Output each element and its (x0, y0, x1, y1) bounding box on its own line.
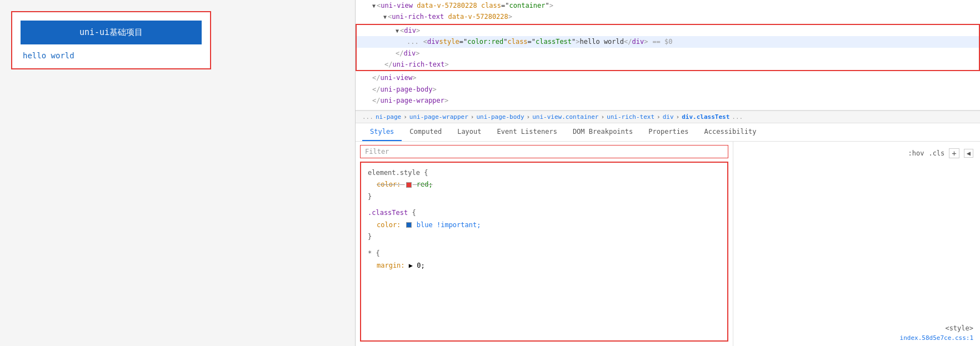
rule-property-margin: margin: ▶ 0; (368, 260, 721, 272)
breadcrumb-item-wrapper[interactable]: uni-page-wrapper (409, 113, 468, 121)
dom-line: ▼<div> (357, 25, 979, 36)
cls-button[interactable]: .cls (928, 149, 944, 157)
preview-box: uni-ui基础项目 hello world (11, 11, 211, 69)
dom-line: ▼<uni-rich-text data-v-57280228> (356, 11, 980, 22)
styles-content: element.style { color: red; } .classTest… (360, 162, 728, 342)
preview-panel: uni-ui基础项目 hello world (0, 0, 356, 346)
triangle-icon: ▼ (372, 3, 376, 9)
breadcrumb-item-nipage[interactable]: ni-page (376, 113, 401, 121)
dom-line: </div> (357, 48, 979, 59)
dom-line: </uni-page-body> (356, 84, 980, 95)
dom-line: ▼<uni-view data-v-57280228 class="contai… (356, 0, 980, 11)
dom-red-box: ▼<div> ... <div style="color:red" class=… (356, 24, 980, 72)
rule-property-color: color: blue !important; (368, 219, 721, 232)
triangle-icon: ▼ (383, 14, 387, 20)
rule-property: color: red; (368, 179, 721, 191)
filter-input[interactable]: Filter (360, 145, 728, 158)
hov-button[interactable]: :hov (908, 149, 924, 157)
preview-button: uni-ui基础项目 (21, 21, 202, 44)
styles-left: Filter element.style { color: red; (356, 142, 733, 346)
breadcrumb-item-rich[interactable]: uni-rich-text (607, 113, 654, 121)
style-rule-element: element.style { color: red; } (368, 167, 721, 203)
tab-event-listeners[interactable]: Event Listeners (489, 123, 565, 141)
styles-right-spacer (740, 161, 973, 324)
toolbar-right: :hov .cls + ◀ (740, 146, 973, 161)
rule-selector: element.style { (368, 167, 721, 179)
style-rule-classtest: .classTest { color: blue !important; } (368, 207, 721, 243)
style-rule-star: * { margin: ▶ 0; (368, 248, 721, 272)
styles-right: :hov .cls + ◀ <style> index.58d5e7ce.css… (733, 142, 980, 346)
filter-placeholder: Filter (365, 148, 389, 156)
breadcrumb-ellipsis-end: ... (732, 113, 743, 121)
color-swatch-blue (406, 222, 412, 228)
arrow-button[interactable]: ◀ (964, 149, 973, 158)
breadcrumb-item-body[interactable]: uni-page-body (476, 113, 524, 121)
dom-line: </uni-rich-text> (357, 59, 979, 70)
breadcrumb-ellipsis: ... (362, 113, 373, 121)
triangle-icon: ▼ (396, 28, 399, 34)
dom-line-highlighted: ... <div style="color:red" class="classT… (357, 36, 979, 47)
source-file-line: index.58d5e7ce.css:1 (740, 334, 973, 342)
style-source-line: <style> (740, 324, 973, 332)
tab-dom-breakpoints[interactable]: DOM Breakpoints (565, 123, 641, 141)
tab-accessibility[interactable]: Accessibility (697, 123, 764, 141)
dom-tree: ▼<uni-view data-v-57280228 class="contai… (356, 0, 980, 111)
plus-button[interactable]: + (949, 148, 959, 158)
tab-computed[interactable]: Computed (402, 123, 449, 141)
color-swatch-red (406, 182, 412, 188)
dom-line: </uni-view> (356, 72, 980, 83)
preview-hello-text: hello world (21, 51, 202, 60)
styles-panel: Filter element.style { color: red; (356, 142, 980, 346)
tab-properties[interactable]: Properties (641, 123, 696, 141)
breadcrumb-item-classtest[interactable]: div.classTest (682, 113, 729, 121)
rule-selector-star: * { (368, 248, 721, 260)
dom-line: </uni-page-wrapper> (356, 95, 980, 106)
breadcrumb-bar: ... ni-page › uni-page-wrapper › uni-pag… (356, 111, 980, 123)
prop-strikethrough: color: red; (377, 180, 433, 188)
rule-close-brace: } (368, 191, 721, 203)
ellipsis: ... (407, 36, 419, 47)
rule-close-brace-2: } (368, 231, 721, 243)
source-file-link[interactable]: index.58d5e7ce.css:1 (900, 334, 973, 342)
tabs-bar: Styles Computed Layout Event Listeners D… (356, 123, 980, 142)
devtools-panel: ▼<uni-view data-v-57280228 class="contai… (356, 0, 980, 346)
style-source-tag: <style> (945, 324, 973, 332)
tab-layout[interactable]: Layout (449, 123, 489, 141)
tab-styles[interactable]: Styles (362, 123, 402, 141)
breadcrumb-item-view[interactable]: uni-view.container (532, 113, 598, 121)
rule-selector-classtest: .classTest { (368, 207, 721, 219)
breadcrumb-item-div[interactable]: div (663, 113, 674, 121)
